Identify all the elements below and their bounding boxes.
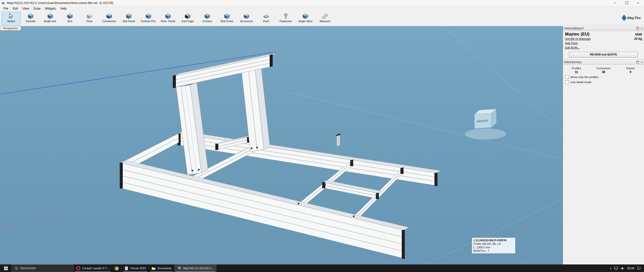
volume-icon[interactable] xyxy=(621,267,624,270)
tool-label: Door xyxy=(87,20,93,23)
checkbox-box[interactable] xyxy=(565,75,569,79)
door-icon xyxy=(86,13,93,20)
end-caps-button[interactable]: End Caps xyxy=(178,12,197,26)
taskbar-app-f-vrier-2023[interactable]: Février 2023 xyxy=(122,264,149,272)
menu-draw[interactable]: Draw xyxy=(31,6,43,11)
tool-label: Angle extr. xyxy=(44,20,57,23)
chrome-icon xyxy=(114,266,119,270)
tool-label: Corners xyxy=(202,20,212,23)
add-parts-link[interactable]: Add Parts xyxy=(565,42,578,45)
menu-help[interactable]: Help xyxy=(58,6,69,11)
view-cube[interactable]: FRONT xyxy=(465,109,506,140)
fasteners-button[interactable]: Fasteners xyxy=(276,12,295,26)
contour-panel-icon xyxy=(145,13,152,20)
tool-label: Measure xyxy=(320,20,331,23)
angle-slice-button[interactable]: Angle Slice xyxy=(296,12,315,26)
notification-icon[interactable] xyxy=(637,266,641,270)
prop-col-profiles: Profiles11 xyxy=(563,67,590,74)
price-weight-body: Maytec (EU) €640 Get Bill Of Materials 2… xyxy=(563,31,644,57)
edit-bom-link[interactable]: Edit BOM... xyxy=(565,46,580,49)
floor-button[interactable]: Floor xyxy=(257,12,276,26)
taskbar-app-cockpit-periph-t-[interactable]: Cockpit / periph /// T... xyxy=(73,264,112,272)
rect-panel-button[interactable]: Rect. Panel xyxy=(158,12,178,26)
measure-button[interactable]: Measure xyxy=(315,12,335,26)
prop-label: Profiles xyxy=(563,67,590,70)
profile-tooltip: 1.11.040120.84LP-F00F00 Profile 40x120, … xyxy=(472,237,515,254)
tooltip-part-number: 1.11.040120.84LP-F00F00 xyxy=(473,239,514,242)
box-icon xyxy=(66,13,73,20)
close-button[interactable]: × xyxy=(632,0,644,6)
taskbar-app-chrome[interactable] xyxy=(112,264,122,272)
extrude-button[interactable]: Extrude xyxy=(21,12,40,26)
properties-title: PROPERTIES xyxy=(565,61,582,64)
prop-value: 0 xyxy=(617,70,644,74)
slot-panel-button[interactable]: Slot Panel xyxy=(119,12,138,26)
get-bom-link[interactable]: Get Bill Of Materials xyxy=(565,37,591,40)
menu-file[interactable]: File xyxy=(1,6,10,11)
tooltip-length: L: 1300.0 mm xyxy=(473,246,514,249)
frame-model xyxy=(120,53,440,259)
accessory-button[interactable]: Accessory xyxy=(237,12,256,26)
door-button[interactable]: Door xyxy=(80,12,99,26)
checkbox-box[interactable] xyxy=(565,80,569,84)
prop-col-connectors: Connectors38 xyxy=(590,67,617,74)
tool-label: End Caps xyxy=(182,20,194,23)
end-caps-icon xyxy=(184,13,191,20)
menu-edit[interactable]: Edit xyxy=(10,6,20,11)
checkbox-show-only-the-profiles[interactable]: Show only the profiles xyxy=(563,75,644,80)
minimize-button[interactable] xyxy=(609,0,621,6)
review-quote-button[interactable]: REVIEW and QUOTE xyxy=(569,52,638,57)
prop-value: 38 xyxy=(590,70,617,74)
contour-pnl--button[interactable]: Contour Pnl. xyxy=(139,12,158,26)
maycad-icon xyxy=(177,266,181,270)
angle-extr--button[interactable]: Angle extr. xyxy=(41,12,60,26)
float-panel-icon[interactable] xyxy=(636,27,639,30)
checkbox-low-detail-mode[interactable]: Low detail mode xyxy=(563,80,644,85)
menu-widgets[interactable]: Widgets xyxy=(43,6,58,11)
windows-logo-icon xyxy=(4,266,8,270)
menu-view[interactable]: View xyxy=(20,6,31,11)
float-panel-icon[interactable] xyxy=(636,61,639,63)
app-window: MayCAD(11.010.00) C:\Users\Juan\Document… xyxy=(0,0,644,272)
price-weight-header: PRICE/WEIGHT × xyxy=(563,26,644,31)
start-button[interactable] xyxy=(0,264,12,272)
taskbar-app-maycad-11-010-00-c-[interactable]: MayCAD (11.010.00) C... xyxy=(174,264,217,272)
taskbar-app-documents[interactable]: Documents xyxy=(149,264,174,272)
corners-button[interactable]: Corners xyxy=(198,12,217,26)
menu-bar: FileEditViewDrawWidgetsHelp xyxy=(0,6,644,11)
connectors-button[interactable]: Connectors xyxy=(100,12,119,26)
fasteners-icon xyxy=(282,13,289,20)
tool-label: Box xyxy=(68,20,72,23)
select-button[interactable]: Select xyxy=(2,12,21,26)
close-panel-icon[interactable]: × xyxy=(641,27,642,30)
tool-label: Slot Cover xyxy=(220,20,233,23)
prop-col-panels: Panels0 xyxy=(617,67,644,74)
box-button[interactable]: Box xyxy=(60,12,79,26)
view-mode-label[interactable]: Perspective xyxy=(0,26,21,30)
grid-and-axes xyxy=(0,26,563,264)
vendor-name: Maytec (EU) xyxy=(565,32,589,37)
viewport-3d[interactable]: FRONT Perspective 1.11.040120.84LP-F00F0… xyxy=(0,26,563,264)
tool-label: Extrude xyxy=(26,20,35,23)
taskbar-app-label: MayCAD (11.010.00) C... xyxy=(183,267,214,270)
properties-header: PROPERTIES × xyxy=(563,59,644,65)
accessory-icon xyxy=(243,13,250,20)
tray-clock[interactable]: 20:49 xyxy=(627,267,634,270)
extrude-icon xyxy=(27,13,34,20)
taskbar-search[interactable]: Rechercher xyxy=(12,264,73,272)
close-panel-icon[interactable]: × xyxy=(641,61,642,63)
document-icon xyxy=(124,266,129,270)
total-price: €640 xyxy=(635,33,642,36)
taskbar-app-label: Février 2023 xyxy=(130,267,146,270)
prop-label: Panels xyxy=(617,67,644,70)
tray-expand-icon[interactable]: ∧ xyxy=(610,267,612,270)
maximize-button[interactable] xyxy=(621,0,632,6)
slot-cover-button[interactable]: Slot Cover xyxy=(217,12,236,26)
select-icon xyxy=(8,13,15,20)
title-bar: MayCAD(11.010.00) C:\Users\Juan\Document… xyxy=(0,0,644,6)
network-icon[interactable] xyxy=(614,267,618,270)
price-weight-title: PRICE/WEIGHT xyxy=(565,27,584,30)
slot-panel-icon xyxy=(125,13,132,20)
angle-slice-icon xyxy=(302,13,309,20)
taskbar-app-label: Cockpit / periph /// T... xyxy=(82,267,109,270)
